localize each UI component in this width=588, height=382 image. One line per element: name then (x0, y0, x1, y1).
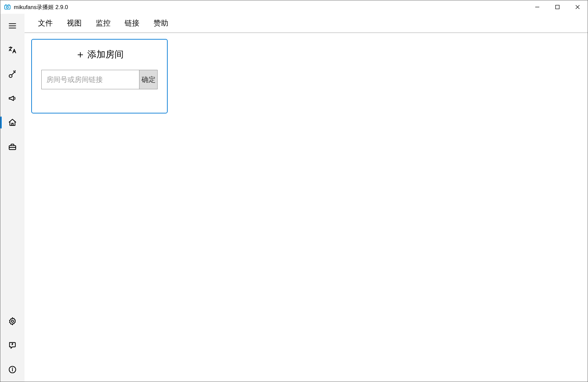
window-title: mikufans录播姬 2.9.0 (14, 3, 68, 11)
sidebar-sparkle[interactable] (0, 62, 25, 86)
svg-point-1 (6, 6, 8, 8)
menu-link[interactable]: 链接 (125, 18, 139, 28)
menu-view[interactable]: 视图 (67, 18, 82, 28)
sidebar-hamburger[interactable] (0, 14, 25, 38)
svg-rect-0 (5, 5, 10, 9)
add-room-title: ＋ 添加房间 (75, 48, 124, 60)
sidebar-home[interactable] (0, 110, 25, 135)
app-icon (4, 3, 11, 11)
confirm-button[interactable]: 确定 (139, 70, 158, 89)
sidebar-translate[interactable] (0, 38, 25, 62)
minimize-button[interactable] (527, 0, 547, 14)
add-room-title-text: 添加房间 (87, 48, 124, 60)
svg-point-11 (11, 320, 14, 323)
add-room-card: ＋ 添加房间 确定 (31, 39, 168, 113)
sidebar-settings[interactable] (0, 309, 25, 333)
body-area: 文件 视图 监控 链接 赞助 ＋ 添加房间 确定 (0, 14, 588, 382)
menu-file[interactable]: 文件 (38, 18, 53, 28)
menu-monitor[interactable]: 监控 (96, 18, 111, 28)
content-area: ＋ 添加房间 确定 (25, 33, 588, 382)
sidebar (0, 14, 25, 382)
sidebar-spacer (0, 159, 25, 309)
app-window: mikufans录播姬 2.9.0 (0, 0, 588, 382)
window-controls (527, 0, 588, 14)
add-room-input-row: 确定 (41, 70, 158, 89)
sidebar-feedback[interactable] (0, 333, 25, 357)
sidebar-info[interactable] (0, 357, 25, 382)
sidebar-megaphone[interactable] (0, 86, 25, 110)
sidebar-toolbox[interactable] (0, 135, 25, 159)
menubar: 文件 视图 监控 链接 赞助 (25, 14, 588, 33)
svg-point-15 (12, 368, 12, 368)
close-button[interactable] (568, 0, 588, 14)
room-id-input[interactable] (41, 70, 139, 89)
plus-icon: ＋ (75, 49, 85, 59)
menu-sponsor[interactable]: 赞助 (154, 18, 168, 28)
maximize-button[interactable] (547, 0, 568, 14)
svg-rect-3 (556, 5, 559, 9)
titlebar: mikufans录播姬 2.9.0 (0, 0, 588, 14)
main-area: 文件 视图 监控 链接 赞助 ＋ 添加房间 确定 (25, 14, 588, 382)
